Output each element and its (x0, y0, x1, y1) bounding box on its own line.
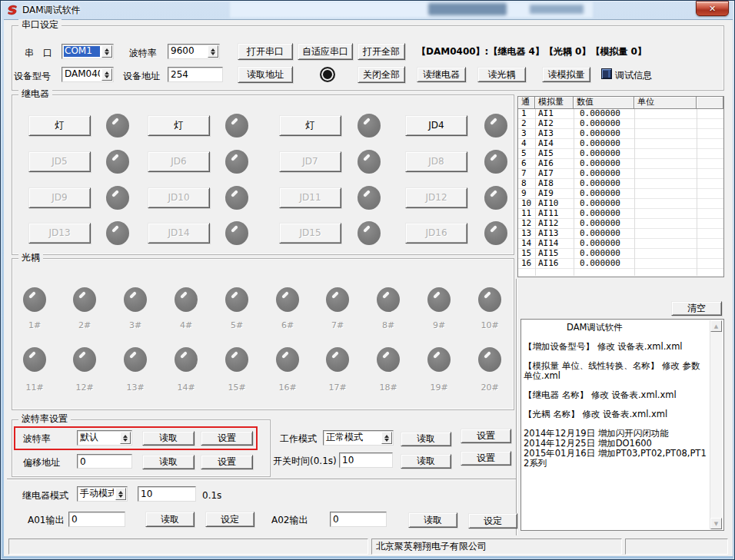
baud-combobox[interactable]: 9600 (168, 44, 220, 59)
analog-table[interactable]: 通模拟量数值单位 1AI10.0000002AI20.0000003AI30.0… (517, 96, 724, 277)
table-cell: 16 (518, 259, 535, 269)
offset-address-field[interactable] (77, 454, 132, 469)
info-text: DAM调试软件【增加设备型号】 修改 设备表.xml.xml【模拟量 单位、线性… (524, 323, 708, 528)
table-cell (634, 119, 697, 129)
relay-button-2[interactable]: 灯 (148, 115, 210, 136)
table-cell: 0.000000 (574, 249, 634, 259)
table-cell: 4 (518, 139, 535, 149)
relay-led-9 (106, 186, 129, 210)
ao2-set-button[interactable]: 设定 (468, 513, 517, 529)
table-cell: AI10 (535, 199, 574, 209)
relay-mode-unit-label: 0.1s (202, 490, 221, 501)
read-relay-button[interactable]: 读继电器 (417, 67, 466, 82)
titlebar-background-window-blur (428, 3, 507, 15)
read-analog-button[interactable]: 读模拟量 (542, 67, 590, 82)
analog-table-body: 1AI10.0000002AI20.0000003AI30.0000004AI4… (518, 109, 723, 277)
model-combobox[interactable]: DAM0400 (62, 67, 114, 82)
table-cell (697, 179, 723, 189)
table-cell: AI3 (535, 129, 574, 139)
relay-mode-combobox[interactable]: 手动模式 (77, 486, 128, 502)
opto-led-17 (326, 347, 349, 372)
baudrate-combobox[interactable]: 默认 (77, 430, 132, 446)
serial-group-title: 串口设定 (18, 19, 62, 30)
table-cell: 0.000000 (574, 149, 634, 159)
column-header[interactable]: 单位 (634, 97, 697, 109)
port-combobox[interactable]: COM1 (62, 44, 114, 59)
relay-button-3[interactable]: 灯 (279, 115, 341, 136)
info-scrollbar[interactable]: ▲ ▼ (710, 320, 723, 529)
scroll-down-icon[interactable]: ▼ (710, 518, 722, 529)
table-cell: 0.000000 (574, 259, 634, 269)
baudrate-combobox-dropdown-icon[interactable] (120, 432, 131, 444)
ao2-field[interactable] (330, 512, 387, 527)
relay-mode-combobox-value: 手动模式 (79, 489, 114, 499)
ao1-field[interactable] (68, 512, 125, 527)
table-cell: AI12 (535, 219, 574, 229)
app-window: DAM调试软件 ✕ 串口设定 串 口 COM1 波特率 9600 打开串口 自适… (0, 0, 735, 560)
ao2-read-button[interactable]: 读取 (408, 512, 457, 528)
switch-time-field[interactable] (339, 452, 393, 468)
column-header[interactable] (697, 97, 723, 109)
switch-time-set-button[interactable]: 设置 (461, 451, 511, 466)
switch-time-read-button[interactable]: 读取 (401, 454, 451, 469)
column-header[interactable]: 数值 (574, 97, 634, 109)
work-mode-combobox[interactable]: 正常模式 (323, 430, 394, 446)
clear-log-button[interactable]: 清空 (671, 301, 722, 316)
table-cell (697, 139, 723, 149)
table-cell (697, 209, 723, 219)
opto-led-3 (124, 287, 147, 312)
info-line: 【增加设备型号】 修改 设备表.xml.xml (524, 342, 708, 352)
model-label: 设备型号 (14, 71, 51, 81)
read-address-button[interactable]: 读取地址 (238, 66, 293, 83)
table-cell: 6 (518, 159, 535, 169)
status-cell-left (8, 538, 368, 555)
work-mode-set-button[interactable]: 设置 (461, 429, 511, 443)
close-all-button[interactable]: 关闭全部 (358, 66, 405, 83)
port-label: 串 口 (25, 48, 52, 58)
table-cell: 0.000000 (574, 129, 634, 139)
port-combobox-dropdown-icon[interactable] (101, 45, 112, 58)
work-mode-combobox-dropdown-icon[interactable] (381, 432, 392, 444)
baudrate-read-button[interactable]: 读取 (142, 431, 195, 446)
open-all-button[interactable]: 打开全部 (358, 43, 405, 60)
company-name: 北京聚英翱翔电子有限公司 (376, 541, 487, 552)
table-cell (697, 109, 723, 119)
table-cell (634, 239, 697, 249)
close-button[interactable]: ✕ (696, 1, 729, 16)
baudrate-set-button[interactable]: 设置 (201, 431, 253, 446)
baud-label: 波特率 (129, 48, 157, 58)
opto-led-15 (225, 347, 248, 372)
baud-combobox-dropdown-icon[interactable] (208, 45, 218, 58)
relay-mode-time-field[interactable] (138, 486, 196, 502)
scroll-up-icon[interactable]: ▲ (710, 320, 722, 332)
table-cell (634, 219, 697, 229)
device-address-field[interactable] (168, 67, 223, 82)
separator-line (7, 479, 516, 480)
work-mode-read-button[interactable]: 读取 (401, 432, 451, 446)
opto-channel-label: 13# (120, 383, 151, 393)
offset-read-button[interactable]: 读取 (142, 455, 195, 469)
table-cell: 0.000000 (574, 169, 634, 179)
relay-button-1[interactable]: 灯 (28, 115, 91, 136)
titlebar[interactable]: DAM调试软件 ✕ (1, 1, 734, 19)
debug-info-label[interactable]: 调试信息 (615, 70, 652, 81)
relay-button-4[interactable]: JD4 (405, 115, 467, 136)
column-header[interactable]: 模拟量 (535, 97, 574, 109)
opto-channel-label: 4# (171, 320, 201, 330)
relay-button-6: JD6 (148, 151, 210, 172)
table-cell: 0.000000 (574, 189, 634, 199)
table-cell (697, 149, 723, 159)
baudrate-settings-group: 波特率设置 波特率 默认 读取 设置 偏移地址 读取 设置 (12, 419, 271, 477)
table-cell (697, 159, 723, 169)
column-header[interactable]: 通 (518, 97, 535, 109)
relay-mode-combobox-dropdown-icon[interactable] (115, 488, 126, 500)
read-opto-button[interactable]: 读光耦 (477, 67, 526, 82)
ao1-set-button[interactable]: 设定 (205, 512, 254, 527)
relay-led-3 (358, 114, 381, 138)
auto-serial-button[interactable]: 自适应串口 (298, 43, 353, 60)
open-serial-button[interactable]: 打开串口 (238, 43, 293, 60)
ao1-read-button[interactable]: 读取 (145, 512, 195, 527)
table-gridline (634, 109, 635, 276)
model-combobox-dropdown-icon[interactable] (101, 68, 112, 81)
offset-set-button[interactable]: 设置 (201, 455, 253, 469)
